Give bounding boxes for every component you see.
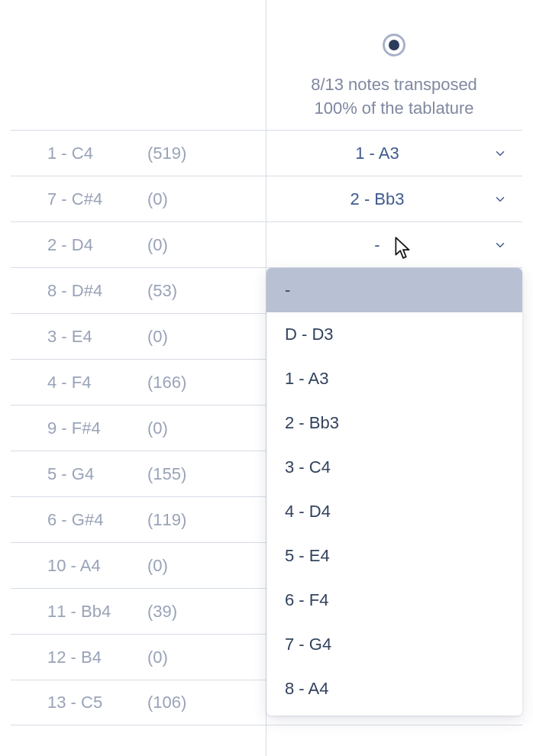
note-count: (166) [144, 373, 266, 393]
source-note: 2 - D4 [11, 235, 144, 255]
note-count: (0) [144, 556, 266, 576]
note-count: (0) [144, 418, 266, 438]
note-count: (106) [144, 693, 266, 712]
dropdown-option[interactable]: 7 - G4 [266, 622, 522, 667]
target-dropdown[interactable]: - D - D3 1 - A3 2 - Bb3 3 - C4 4 - D4 5 … [266, 268, 522, 716]
note-count: (0) [144, 327, 266, 347]
note-count: (0) [144, 648, 266, 667]
source-note: 8 - D#4 [11, 281, 144, 301]
source-note: 1 - C4 [11, 144, 144, 163]
source-note: 11 - Bb4 [11, 602, 144, 622]
table-row: 1 - C4 (519) 1 - A3 [11, 130, 522, 176]
note-count: (119) [144, 510, 266, 530]
dropdown-option[interactable]: 4 - D4 [266, 489, 522, 534]
header: 8/13 notes transposed 100% of the tablat… [11, 0, 522, 130]
target-value: 2 - Bb3 [350, 189, 405, 209]
target-value: - [374, 235, 380, 255]
dropdown-option[interactable]: 1 - A3 [266, 357, 522, 401]
source-note: 6 - G#4 [11, 510, 144, 530]
target-select[interactable]: 1 - A3 [266, 144, 522, 163]
source-note: 7 - C#4 [11, 189, 144, 209]
source-note: 4 - F4 [11, 373, 144, 393]
transposed-count: 8/13 notes transposed [311, 73, 477, 97]
transpose-radio[interactable] [383, 34, 405, 57]
chevron-down-icon [493, 192, 507, 206]
radio-dot-icon [389, 40, 399, 50]
target-select[interactable]: - [266, 235, 522, 255]
note-count: (39) [144, 602, 266, 622]
dropdown-option[interactable]: D - D3 [266, 312, 522, 357]
note-count: (0) [144, 235, 266, 255]
note-count: (0) [144, 189, 266, 209]
source-note: 5 - G4 [11, 464, 144, 484]
source-note: 10 - A4 [11, 556, 144, 576]
dropdown-option[interactable]: 8 - A4 [266, 667, 522, 711]
header-left-spacer [11, 0, 266, 130]
chevron-down-icon [493, 238, 507, 252]
note-count: (519) [144, 144, 266, 163]
dropdown-option[interactable]: 3 - C4 [266, 445, 522, 489]
transpose-summary: 8/13 notes transposed 100% of the tablat… [311, 73, 477, 121]
note-count: (155) [144, 464, 266, 484]
table-row: 2 - D4 (0) - [11, 221, 522, 267]
dropdown-option[interactable]: 5 - E4 [266, 534, 522, 578]
table-row: 7 - C#4 (0) 2 - Bb3 [11, 176, 522, 221]
target-select[interactable]: 2 - Bb3 [266, 189, 522, 209]
dropdown-option[interactable]: - [266, 268, 522, 312]
dropdown-option[interactable]: 2 - Bb3 [266, 401, 522, 445]
source-note: 3 - E4 [11, 327, 144, 347]
dropdown-option[interactable]: 6 - F4 [266, 578, 522, 622]
target-value: 1 - A3 [355, 144, 399, 163]
source-note: 9 - F#4 [11, 418, 144, 438]
coverage-percent: 100% of the tablature [311, 97, 477, 121]
source-note: 12 - B4 [11, 648, 144, 667]
chevron-down-icon [493, 147, 507, 160]
note-count: (53) [144, 281, 266, 301]
source-note: 13 - C5 [11, 693, 144, 712]
